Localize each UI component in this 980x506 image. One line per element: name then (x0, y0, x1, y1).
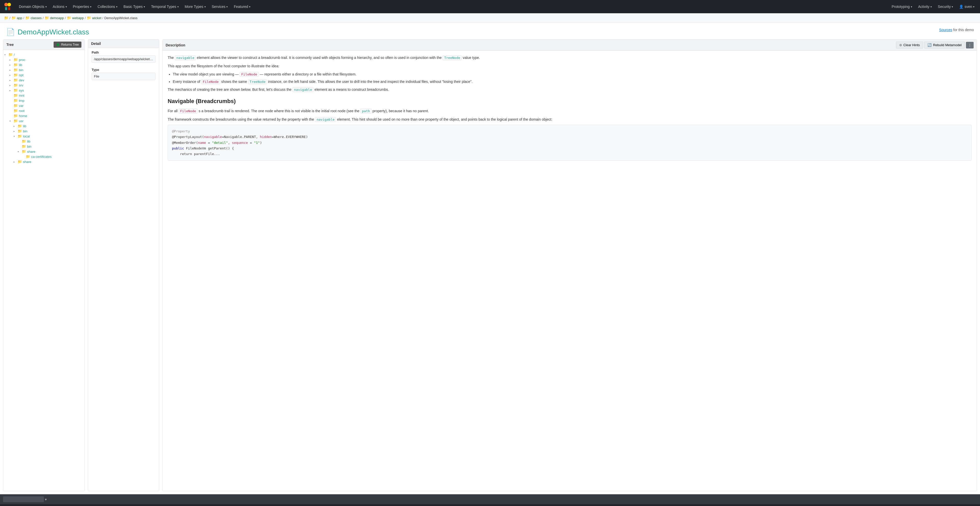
chevron-down-icon: ▾ (144, 5, 145, 8)
rebuild-metamodel-button[interactable]: 🔄 Rebuild Metamodel (924, 41, 965, 48)
breadcrumb-item-root[interactable]: 📁 (4, 16, 8, 20)
bottom-input[interactable] (3, 496, 44, 502)
folder-icon: 📁 (14, 63, 18, 67)
folder-icon: 📁 (14, 88, 18, 92)
sources-link[interactable]: Sources (939, 28, 952, 32)
breadcrumb-item-demoapp[interactable]: 📁 demoapp (45, 16, 64, 20)
tree-node-dev[interactable]: ▸ 📁 dev (8, 78, 83, 82)
path-field: Path /app/classes/demoapp/webapp/wicket/… (88, 48, 159, 65)
bottom-bar: ▾ (0, 494, 980, 504)
tree-node-ca-certificates[interactable]: ▸ 📁 ca-certificates (21, 154, 83, 159)
tree-node-local-share[interactable]: ▾ 📁 share (17, 149, 83, 154)
breadcrumb-sep: / (43, 16, 44, 20)
more-options-button[interactable]: ⋮ (966, 42, 974, 48)
desc-section-para-1: For all FileNode s a breadcrumb trail is… (168, 108, 972, 114)
nav-item-properties[interactable]: Properties ▾ (70, 3, 94, 11)
tree-node-label: share (27, 150, 35, 154)
code-filenode-3: FileNode (179, 109, 198, 114)
tree-node-home[interactable]: ▸ 📁 home (8, 113, 83, 118)
nav-item-activity[interactable]: Activity ▾ (916, 3, 934, 11)
desc-para-3: The mechanics of creating the tree are s… (168, 87, 972, 93)
page-title-bar: 📄 DemoAppWicket.class Sources for this d… (0, 23, 980, 39)
nav-item-featured[interactable]: Featured ▾ (231, 3, 253, 11)
nav-item-more-types[interactable]: More Types ▾ (182, 3, 208, 11)
folder-icon: 📁 (87, 16, 91, 20)
tree-node-usr-lib[interactable]: ▸ 📁 lib (13, 124, 83, 128)
tree-node-usr-share[interactable]: ▸ 📁 share (13, 159, 83, 164)
nav-item-prototyping[interactable]: Prototyping ▾ (889, 3, 915, 11)
tree-node-lib[interactable]: ▸ 📁 lib (8, 62, 83, 67)
chevron-right-icon: ▸ (10, 63, 13, 66)
nav-item-services[interactable]: Services ▾ (209, 3, 231, 11)
code-navigable-2: navigable (293, 87, 313, 92)
tree-node-opt[interactable]: ▸ 📁 opt (8, 73, 83, 78)
code-line-1: @Property (172, 128, 967, 134)
tree-node-usr-local[interactable]: ▾ 📁 local (13, 134, 83, 139)
folder-icon: 📁 (14, 114, 18, 118)
tree-node-label: var (19, 104, 24, 108)
tree-node-tmp[interactable]: ▸ 📁 tmp (8, 98, 83, 103)
chevron-down-icon: ▾ (90, 5, 91, 8)
tree-node-root-dir[interactable]: ▸ 📁 root (8, 108, 83, 113)
chevron-down-icon[interactable]: ▾ (45, 497, 47, 501)
tree-node-label: bin (23, 129, 27, 133)
tree-node-label: lib (23, 124, 26, 128)
chevron-down-icon: ▾ (952, 5, 953, 8)
breadcrumb-item-webapp[interactable]: 📁 webapp (67, 16, 84, 20)
tree-node-sys[interactable]: ▸ 📁 sys (8, 88, 83, 93)
nav-item-basic-types[interactable]: Basic Types ▾ (121, 3, 148, 11)
tree-node-usr-bin[interactable]: ▸ 📁 bin (13, 128, 83, 134)
tree-node-bin[interactable]: ▸ 📁 bin (8, 67, 83, 73)
folder-icon: 📁 (14, 73, 18, 77)
type-field: Type File (88, 65, 159, 82)
chevron-right-icon: ▸ (10, 68, 13, 71)
chevron-right-icon: ▸ (10, 59, 13, 61)
folder-icon: 📁 (18, 134, 22, 138)
main-layout: Tree 🌲 Returns Tree ▾ 📁 / ▸ 📁 proc ▸ (0, 39, 980, 494)
svg-rect-3 (8, 7, 10, 10)
svg-rect-2 (5, 7, 7, 10)
tree-node-label: proc (19, 58, 25, 62)
code-line-4: public FileNodeVm getParent() { (172, 146, 967, 151)
returns-tree-button[interactable]: 🌲 Returns Tree (54, 41, 81, 48)
nav-item-collections[interactable]: Collections ▾ (95, 3, 120, 11)
nav-item-actions[interactable]: Actions ▾ (50, 3, 69, 11)
breadcrumb-sep: / (65, 16, 66, 20)
tree-panel-header: Tree 🌲 Returns Tree (3, 40, 84, 50)
brand-logo[interactable] (3, 2, 12, 11)
page-title-icon: 📄 (6, 28, 15, 36)
folder-icon: 📁 (4, 16, 8, 20)
desc-para-2: This app uses the filesystem of the host… (168, 63, 972, 69)
tree-node-srv[interactable]: ▸ 📁 srv (8, 82, 83, 88)
type-value: File (92, 73, 156, 80)
breadcrumb-item-wicket[interactable]: 📁 wicket (87, 16, 101, 20)
circle-icon (899, 44, 902, 46)
tree-node-label: ca-certificates (31, 155, 52, 159)
tree-body[interactable]: ▾ 📁 / ▸ 📁 proc ▸ 📁 lib ▸ 📁 bin (3, 50, 84, 491)
desc-section-para-2: The framework constructs the breadcrumbs… (168, 117, 972, 122)
folder-icon: 📁 (22, 139, 26, 143)
chevron-down-icon: ▾ (911, 5, 912, 8)
tree-node-mnt[interactable]: ▸ 📁 mnt (8, 93, 83, 98)
tree-node-proc[interactable]: ▸ 📁 proc (8, 57, 83, 62)
tree-node-root[interactable]: ▾ 📁 / (4, 52, 83, 57)
tree-node-label: bin (27, 144, 32, 148)
tree-node-local-lib[interactable]: ▸ 📁 lib (17, 139, 83, 144)
tree-node-label: sys (19, 89, 24, 92)
nav-item-domain-objects[interactable]: Domain Objects ▾ (16, 3, 49, 11)
nav-item-security[interactable]: Security ▾ (935, 3, 956, 11)
tree-node-usr[interactable]: ▾ 📁 usr (8, 118, 83, 124)
nav-item-user[interactable]: 👤 sven ▾ (956, 3, 977, 11)
folder-icon: 📁 (11, 16, 16, 20)
breadcrumb: 📁 / 📁 app / 📁 classes / 📁 demoapp / 📁 we… (0, 13, 980, 23)
tree-node-var[interactable]: ▸ 📁 var (8, 103, 83, 108)
tree-icon: 🌲 (56, 43, 60, 46)
tree-node-local-bin[interactable]: ▸ 📁 bin (17, 144, 83, 149)
tree-children-local: ▸ 📁 lib ▸ 📁 bin ▾ 📁 (13, 139, 83, 159)
breadcrumb-item-app[interactable]: 📁 app (11, 16, 22, 20)
breadcrumb-item-classes[interactable]: 📁 classes (25, 16, 41, 20)
nav-item-temporal-types[interactable]: Temporal Types ▾ (148, 3, 181, 11)
clear-hints-button[interactable]: Clear Hints (896, 41, 923, 48)
path-value: /app/classes/demoapp/webapp/wicket/DemoA… (92, 56, 156, 63)
chevron-down-icon: ▾ (10, 120, 13, 122)
